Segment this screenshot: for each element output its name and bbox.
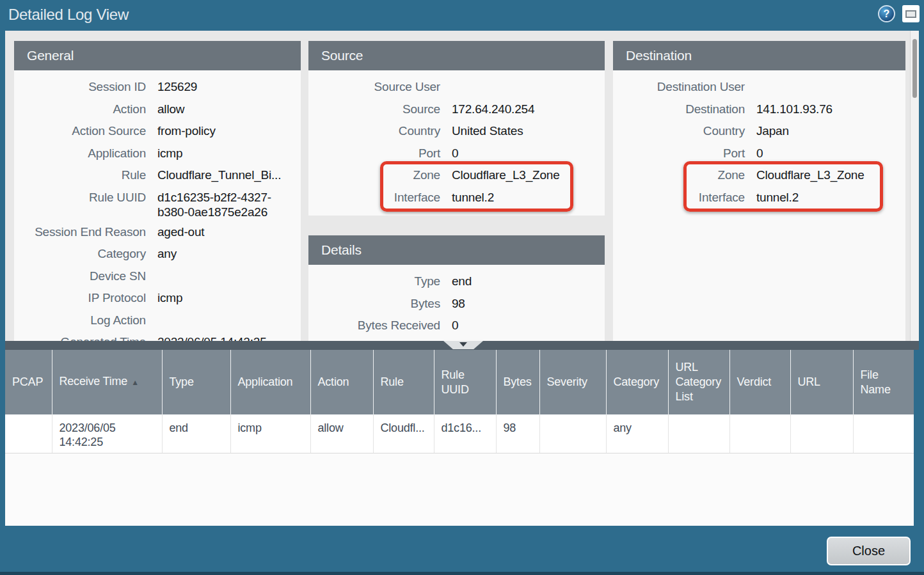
cell-type: end	[162, 414, 230, 453]
log-table: PCAP Receive Time▲ Type Application Acti…	[5, 350, 914, 453]
col-bytes[interactable]: Bytes	[496, 350, 539, 414]
col-category[interactable]: Category	[606, 350, 668, 414]
chevron-down-icon	[459, 342, 467, 347]
field-label: IP Protocol	[14, 287, 146, 310]
general-panel-body: Session ID125629 Actionallow Action Sour…	[14, 70, 301, 341]
general-panel-header: General	[14, 41, 301, 70]
cell-action: allow	[310, 414, 373, 453]
col-severity[interactable]: Severity	[539, 350, 606, 414]
col-file-name[interactable]: File Name	[853, 350, 914, 414]
field-value: 2023/06/05 14:42:25	[157, 331, 301, 341]
field-label: Action Source	[14, 120, 146, 143]
dialog-title: Detailed Log View	[8, 6, 129, 24]
col-rule-uuid[interactable]: Rule UUID	[434, 350, 496, 414]
col-type[interactable]: Type	[162, 350, 230, 414]
field-value: tunnel.2	[452, 187, 605, 209]
col-url-category-list[interactable]: URL Category List	[668, 350, 729, 414]
field-value: Cloudflare_L3_Zone	[452, 164, 605, 187]
col-application[interactable]: Application	[230, 350, 310, 414]
popout-window-icon[interactable]	[902, 5, 920, 22]
field-value: from-policy	[157, 120, 301, 143]
collapse-splitter-handle[interactable]	[443, 341, 483, 349]
table-row[interactable]: 2023/06/05 14:42:25 end icmp allow Cloud…	[5, 414, 914, 453]
field-value: tunnel.2	[756, 187, 905, 209]
source-panel: Source Source User Source172.64.240.254 …	[308, 41, 605, 216]
field-label: Log Action	[14, 310, 146, 332]
field-label: Country	[308, 120, 440, 143]
field-label: Source User	[308, 76, 440, 98]
col-receive-time[interactable]: Receive Time▲	[52, 350, 162, 414]
field-value: Cloudflare_Tunnel_Bi...	[157, 164, 301, 187]
cell-url-category-list	[668, 414, 729, 453]
field-label: Source	[308, 98, 440, 121]
field-label: Session ID	[14, 76, 146, 98]
general-panel: General Session ID125629 Actionallow Act…	[14, 41, 301, 341]
cell-file-name	[853, 414, 914, 453]
field-value: allow	[157, 98, 301, 121]
destination-panel-header: Destination	[613, 41, 905, 70]
field-label: Country	[613, 120, 745, 143]
field-label: Generated Time	[14, 331, 146, 341]
field-label: Destination	[613, 98, 745, 121]
destination-panel-body: Destination User Destination141.101.93.7…	[613, 70, 905, 341]
help-icon[interactable]: ?	[878, 5, 895, 22]
field-label: Action	[14, 98, 146, 121]
field-value: 98	[452, 293, 605, 315]
field-value: 0	[452, 143, 605, 165]
field-label: Destination User	[613, 76, 745, 98]
field-label: Port	[613, 143, 745, 165]
field-value: any	[157, 243, 301, 265]
vertical-scrollbar[interactable]	[910, 31, 919, 341]
cell-severity	[539, 414, 606, 453]
field-value: 141.101.93.76	[756, 98, 905, 121]
field-label: Port	[308, 143, 440, 165]
field-value: aged-out	[157, 221, 301, 244]
field-value	[756, 76, 905, 98]
col-pcap[interactable]: PCAP	[5, 350, 52, 414]
field-value: 0	[756, 143, 905, 165]
detailed-log-view-dialog: { "titlebar": { "title": "Detailed Log V…	[0, 0, 924, 575]
field-label: Zone	[613, 164, 745, 187]
field-label: Interface	[613, 187, 745, 209]
field-value: d1c16235-b2f2-4327-b380-0ae1875e2a26	[157, 187, 301, 221]
cell-category: any	[606, 414, 668, 453]
cell-bytes: 98	[496, 414, 539, 453]
field-value	[452, 76, 605, 98]
field-value: 0	[452, 315, 605, 337]
field-label: Bytes	[308, 293, 440, 315]
log-table-area: PCAP Receive Time▲ Type Application Acti…	[5, 350, 914, 526]
field-label: Zone	[308, 164, 440, 187]
cell-rule: Cloudfl...	[373, 414, 434, 453]
close-button[interactable]: Close	[827, 537, 911, 565]
cell-url	[790, 414, 853, 453]
field-value: 125629	[157, 76, 301, 98]
col-url[interactable]: URL	[790, 350, 853, 414]
field-label: Rule	[14, 164, 146, 187]
table-header-row: PCAP Receive Time▲ Type Application Acti…	[5, 350, 914, 414]
col-verdict[interactable]: Verdict	[729, 350, 790, 414]
field-value: end	[452, 271, 605, 293]
destination-panel: Destination Destination User Destination…	[613, 41, 905, 341]
field-value: Cloudflare_L3_Zone	[756, 164, 905, 187]
field-label: Application	[14, 143, 146, 165]
col-action[interactable]: Action	[310, 350, 373, 414]
source-panel-header: Source	[308, 41, 605, 70]
field-label: Rule UUID	[14, 187, 146, 221]
vertical-scrollbar-thumb[interactable]	[912, 39, 917, 98]
col-rule[interactable]: Rule	[373, 350, 434, 414]
col-receive-time-label: Receive Time	[60, 375, 128, 388]
popout-window-icon-inner	[905, 10, 916, 18]
field-label: Bytes Received	[308, 315, 440, 337]
field-value	[157, 265, 301, 288]
field-label: Session End Reason	[14, 221, 146, 244]
log-detail-area: General Session ID125629 Actionallow Act…	[5, 31, 919, 341]
dialog-bottom-edge	[0, 572, 924, 575]
cell-rule-uuid: d1c16...	[434, 414, 496, 453]
field-value: United States	[452, 120, 605, 143]
field-value: 172.64.240.254	[452, 98, 605, 121]
source-panel-body: Source User Source172.64.240.254 Country…	[308, 70, 605, 216]
cell-application: icmp	[230, 414, 310, 453]
cell-verdict	[729, 414, 790, 453]
cell-pcap	[5, 414, 52, 453]
field-value: Japan	[756, 120, 905, 143]
